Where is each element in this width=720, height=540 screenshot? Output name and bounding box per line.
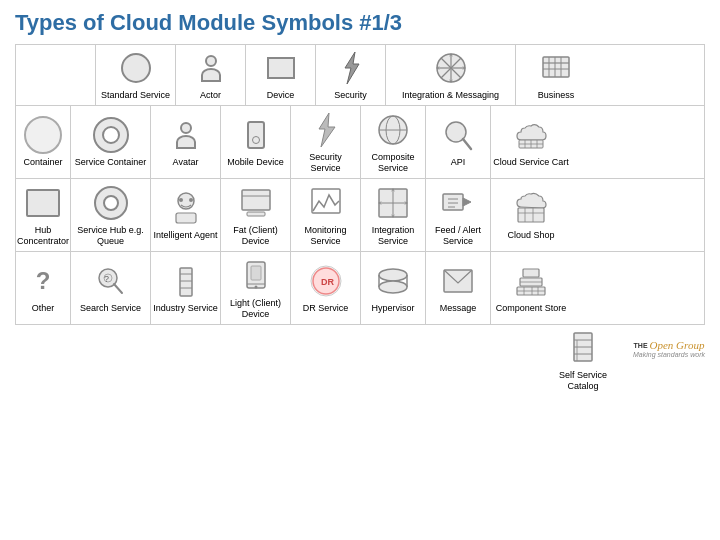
component-store-label: Component Store [496, 303, 567, 314]
cell-dr: DR DR Service [291, 252, 361, 324]
fat-client-label: Fat (Client) Device [223, 225, 288, 247]
intel-agent-label: Intelligent Agent [153, 230, 217, 241]
cloud-shop-label: Cloud Shop [507, 230, 554, 241]
svg-marker-43 [463, 198, 471, 206]
cell-light-client: Light (Client) Device [221, 252, 291, 324]
svg-rect-62 [251, 266, 261, 280]
business-icon [537, 49, 575, 87]
header-empty [16, 45, 96, 105]
svg-point-66 [379, 269, 407, 281]
hypervisor-label: Hypervisor [371, 303, 414, 314]
cell-intel-agent: Intelligent Agent [151, 179, 221, 251]
self-service-cell: Self Service Catalog [543, 329, 623, 392]
feed-label: Feed / Alert Service [428, 225, 488, 247]
row-2: Hub Concentrator Service Hub e.g. Queue [16, 179, 704, 252]
cell-feed: Feed / Alert Service [426, 179, 491, 251]
svc-container-icon [92, 116, 130, 154]
cell-sec-svc: Security Service [291, 106, 361, 178]
page: Types of Cloud Module Symbols #1/3 Stand… [0, 0, 720, 540]
svg-rect-55 [180, 268, 192, 296]
svc-hub-icon [92, 184, 130, 222]
search-icon: ? [92, 262, 130, 300]
cell-cloud-shop: Cloud Shop [491, 179, 571, 251]
row-3: ? Other ? Search Service [16, 252, 704, 324]
industry-icon [167, 262, 205, 300]
mobile-icon [237, 116, 275, 154]
header-device: Device [246, 45, 316, 105]
self-service-icon [564, 329, 602, 367]
component-store-icon [512, 262, 550, 300]
cell-hypervisor: Hypervisor [361, 252, 426, 324]
cell-other: ? Other [16, 252, 71, 324]
other-label: Other [32, 303, 55, 314]
business-label: Business [538, 90, 575, 101]
header-standard-service: Standard Service [96, 45, 176, 105]
open-group-logo: THE Open Group Making standards work [633, 329, 705, 358]
svg-rect-10 [543, 57, 569, 77]
monitoring-icon [307, 184, 345, 222]
message-label: Message [440, 303, 477, 314]
open-group-name: Open Group [650, 339, 705, 351]
cell-industry: Industry Service [151, 252, 221, 324]
monitoring-label: Monitoring Service [293, 225, 358, 247]
integration-icon [374, 184, 412, 222]
security-icon [332, 49, 370, 87]
cell-avatar: Avatar [151, 106, 221, 178]
fat-client-icon [237, 184, 275, 222]
page-title: Types of Cloud Module Symbols #1/3 [15, 10, 705, 36]
container-icon [24, 116, 62, 154]
symbols-grid: Standard Service Actor Device [15, 44, 705, 325]
container-label: Container [23, 157, 62, 168]
svg-rect-47 [518, 208, 544, 222]
bottom-area: Self Service Catalog THE Open Group Maki… [15, 329, 705, 392]
svg-point-29 [189, 198, 193, 202]
security-label: Security [334, 90, 367, 101]
cell-cloud-cart: Cloud Service Cart [491, 106, 571, 178]
cloud-cart-icon [512, 116, 550, 154]
intel-agent-icon [167, 189, 205, 227]
dr-label: DR Service [303, 303, 349, 314]
light-client-label: Light (Client) Device [223, 298, 288, 320]
cell-api: API [426, 106, 491, 178]
svg-rect-78 [523, 269, 539, 277]
search-label: Search Service [80, 303, 141, 314]
cell-svc-container: Service Container [71, 106, 151, 178]
intmsg-icon [432, 49, 470, 87]
cell-fat-client: Fat (Client) Device [221, 179, 291, 251]
svg-point-61 [254, 285, 257, 288]
cell-component-store: Component Store [491, 252, 571, 324]
header-intmsg: Integration & Messaging [386, 45, 516, 105]
sec-svc-label: Security Service [293, 152, 358, 174]
api-icon [439, 116, 477, 154]
integration-label: Integration Service [363, 225, 423, 247]
standard-service-label: Standard Service [101, 90, 170, 101]
intmsg-label: Integration & Messaging [402, 90, 499, 101]
avatar-icon [167, 116, 205, 154]
svg-line-53 [114, 284, 122, 293]
hub-label: Hub Concentrator [17, 225, 69, 247]
cell-mobile: Mobile Device [221, 106, 291, 178]
api-label: API [451, 157, 466, 168]
cell-container: Container [16, 106, 71, 178]
cell-monitoring: Monitoring Service [291, 179, 361, 251]
svg-marker-0 [345, 52, 359, 84]
cell-integration: Integration Service [361, 179, 426, 251]
actor-label: Actor [200, 90, 221, 101]
svg-rect-33 [247, 212, 265, 216]
feed-icon [439, 184, 477, 222]
dr-icon: DR [307, 262, 345, 300]
open-group-tagline: Making standards work [633, 351, 705, 358]
actor-icon [192, 49, 230, 87]
industry-label: Industry Service [153, 303, 218, 314]
cloud-cart-label: Cloud Service Cart [493, 157, 569, 168]
hub-icon [24, 184, 62, 222]
other-icon: ? [24, 262, 62, 300]
svg-rect-42 [443, 194, 463, 210]
open-group-the: THE [634, 342, 648, 349]
cell-svc-hub: Service Hub e.g. Queue [71, 179, 151, 251]
svg-point-69 [379, 281, 407, 293]
avatar-label: Avatar [173, 157, 199, 168]
header-row: Standard Service Actor Device [16, 45, 704, 106]
cell-composite: Composite Service [361, 106, 426, 178]
standard-service-icon [117, 49, 155, 87]
